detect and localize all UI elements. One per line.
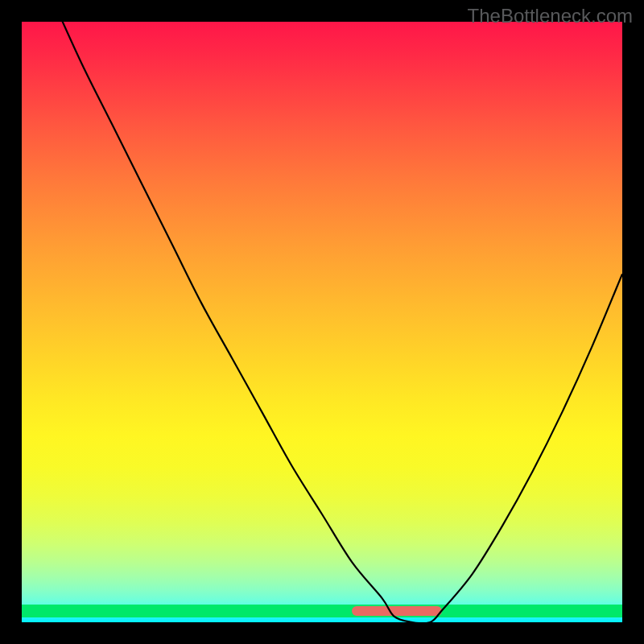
bottleneck-curve-path (22, 22, 622, 622)
chart-frame: TheBottleneck.com (0, 0, 644, 644)
watermark-text: TheBottleneck.com (468, 5, 633, 27)
plot-area (22, 22, 622, 622)
curve-svg (22, 22, 622, 622)
